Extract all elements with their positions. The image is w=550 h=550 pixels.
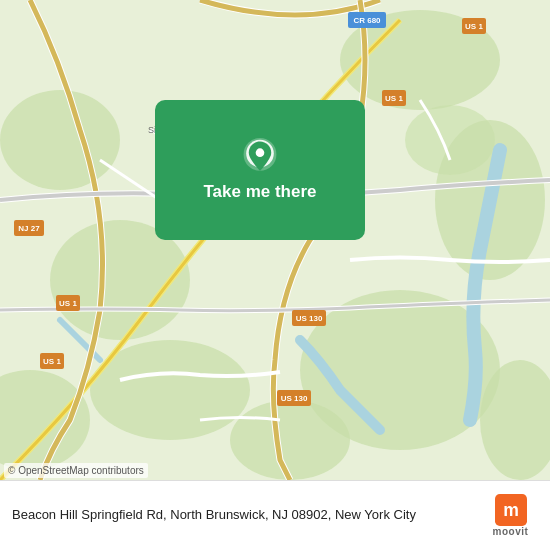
bottom-info-bar: Beacon Hill Springfield Rd, North Brunsw… <box>0 480 550 550</box>
moovit-icon: m <box>495 494 527 526</box>
svg-point-3 <box>0 90 120 190</box>
moovit-logo: m moovit <box>483 494 538 537</box>
take-me-there-button[interactable]: Take me there <box>155 100 365 240</box>
location-pin-icon <box>241 138 279 176</box>
svg-text:US 1: US 1 <box>465 22 483 31</box>
svg-text:m: m <box>503 500 519 520</box>
svg-text:US 130: US 130 <box>296 314 323 323</box>
map-attribution: © OpenStreetMap contributors <box>4 463 148 478</box>
svg-text:US 1: US 1 <box>59 299 77 308</box>
svg-point-10 <box>405 105 495 175</box>
svg-text:US 1: US 1 <box>43 357 61 366</box>
address-label: Beacon Hill Springfield Rd, North Brunsw… <box>12 506 473 524</box>
take-me-there-label: Take me there <box>203 182 316 202</box>
moovit-label: moovit <box>493 526 529 537</box>
svg-point-32 <box>256 148 265 157</box>
svg-text:US 1: US 1 <box>385 94 403 103</box>
svg-text:US 130: US 130 <box>281 394 308 403</box>
svg-text:NJ 27: NJ 27 <box>18 224 40 233</box>
svg-point-9 <box>230 400 350 480</box>
map-container: Six Mile CR 680 US 1 US 1 NJ 27 US 1 US … <box>0 0 550 480</box>
svg-text:CR 680: CR 680 <box>353 16 381 25</box>
